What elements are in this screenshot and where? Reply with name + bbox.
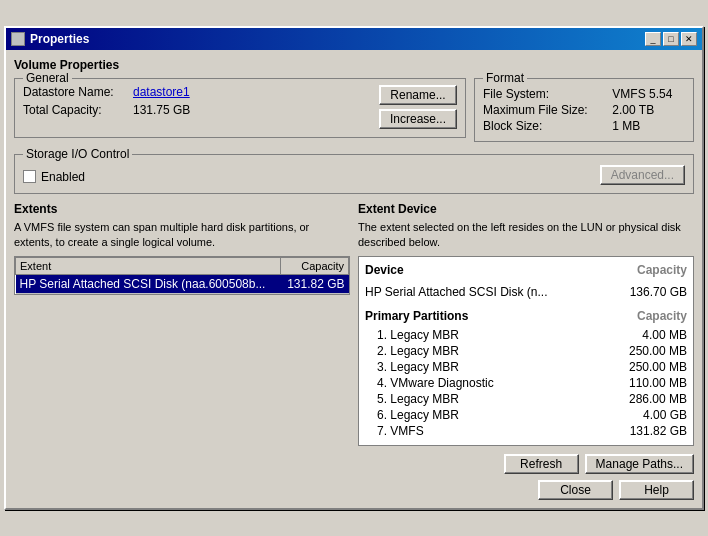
extents-title: Extents: [14, 202, 350, 216]
close-button[interactable]: Close: [538, 480, 613, 500]
device-header-row: Device Capacity: [365, 263, 687, 279]
partition-capacity: 250.00 MB: [629, 344, 687, 358]
datastore-name-label: Datastore Name:: [23, 85, 133, 99]
partition-name: 7. VMFS: [377, 424, 424, 438]
device-header: Device: [365, 263, 404, 277]
rename-button[interactable]: Rename...: [379, 85, 457, 105]
partition-item: 7. VMFS131.82 GB: [365, 423, 687, 439]
format-group-box: Format File System: VMFS 5.54 Maximum Fi…: [474, 78, 694, 142]
partition-item: 5. Legacy MBR286.00 MB: [365, 391, 687, 407]
extent-device-section: Extent Device The extent selected on the…: [358, 202, 694, 447]
extent-device-title: Extent Device: [358, 202, 694, 216]
window-body: Volume Properties General Datastore Name…: [6, 50, 702, 509]
extents-description: A VMFS file system can span multiple har…: [14, 220, 350, 251]
primary-partitions-capacity-header: Capacity: [637, 309, 687, 323]
properties-window: Properties _ □ ✕ Volume Properties Gener…: [4, 26, 704, 511]
title-bar-controls: _ □ ✕: [645, 32, 697, 46]
extent-col-header: Extent: [16, 258, 281, 275]
total-capacity-label: Total Capacity:: [23, 103, 133, 117]
max-file-size-value: 2.00 TB: [612, 103, 685, 117]
storage-io-section: Storage I/O Control Enabled Advanced...: [14, 154, 694, 194]
primary-partitions-header: Primary Partitions Capacity: [365, 309, 687, 323]
storage-row: Enabled Advanced...: [23, 165, 685, 185]
partition-item: 1. Legacy MBR4.00 MB: [365, 327, 687, 343]
refresh-manage-row: Refresh Manage Paths...: [14, 454, 694, 474]
partition-capacity: 4.00 MB: [642, 328, 687, 342]
format-label: Format: [483, 71, 527, 85]
partitions-container: 1. Legacy MBR4.00 MB2. Legacy MBR250.00 …: [365, 327, 687, 439]
block-size-value: 1 MB: [612, 119, 685, 133]
bottom-right-buttons: Close Help: [14, 480, 694, 500]
advanced-button[interactable]: Advanced...: [600, 165, 685, 185]
file-system-value: VMFS 5.54: [612, 87, 685, 101]
extents-tbody: HP Serial Attached SCSI Disk (naa.600508…: [16, 275, 349, 294]
partition-capacity: 250.00 MB: [629, 360, 687, 374]
format-section: Format File System: VMFS 5.54 Maximum Fi…: [474, 78, 694, 146]
partition-name: 3. Legacy MBR: [377, 360, 459, 374]
partition-capacity: 4.00 GB: [643, 408, 687, 422]
minimize-button[interactable]: _: [645, 32, 661, 46]
enabled-checkbox[interactable]: [23, 170, 36, 183]
partition-name: 4. VMware Diagnostic: [377, 376, 494, 390]
general-group-box: General Datastore Name: datastore1 Total…: [14, 78, 466, 138]
enabled-label: Enabled: [41, 170, 85, 184]
extent-table-container: Extent Capacity HP Serial Attached SCSI …: [14, 256, 350, 295]
enabled-checkbox-row: Enabled: [23, 170, 85, 184]
extents-table: Extent Capacity HP Serial Attached SCSI …: [15, 257, 349, 294]
total-capacity-row: Total Capacity: 131.75 GB: [23, 103, 371, 117]
partition-name: 6. Legacy MBR: [377, 408, 459, 422]
general-fields: Datastore Name: datastore1 Total Capacit…: [23, 85, 371, 121]
partition-capacity: 131.82 GB: [630, 424, 687, 438]
capacity-cell: 131.82 GB: [280, 275, 348, 294]
partition-item: 2. Legacy MBR250.00 MB: [365, 343, 687, 359]
extent-device-box: Device Capacity HP Serial Attached SCSI …: [358, 256, 694, 446]
datastore-name-value[interactable]: datastore1: [133, 85, 371, 99]
table-row[interactable]: HP Serial Attached SCSI Disk (naa.600508…: [16, 275, 349, 294]
general-inner: Datastore Name: datastore1 Total Capacit…: [23, 85, 457, 129]
restore-button[interactable]: □: [663, 32, 679, 46]
title-bar-text: Properties: [11, 32, 89, 46]
window-title: Properties: [30, 32, 89, 46]
partition-name: 5. Legacy MBR: [377, 392, 459, 406]
partition-item: 6. Legacy MBR4.00 GB: [365, 407, 687, 423]
block-size-label: Block Size:: [483, 119, 600, 133]
capacity-col-header: Capacity: [280, 258, 348, 275]
help-button[interactable]: Help: [619, 480, 694, 500]
volume-properties-title: Volume Properties: [14, 58, 694, 72]
title-bar: Properties _ □ ✕: [6, 28, 702, 50]
extent-device-description: The extent selected on the left resides …: [358, 220, 694, 251]
partition-item: 4. VMware Diagnostic110.00 MB: [365, 375, 687, 391]
extents-table-header: Extent Capacity: [16, 258, 349, 275]
partition-name: 1. Legacy MBR: [377, 328, 459, 342]
primary-partitions-label: Primary Partitions: [365, 309, 468, 323]
partition-item: 3. Legacy MBR250.00 MB: [365, 359, 687, 375]
partition-capacity: 110.00 MB: [629, 376, 687, 390]
device-item: HP Serial Attached SCSI Disk (n... 136.7…: [365, 283, 687, 301]
middle-sections: Extents A VMFS file system can span mult…: [14, 202, 694, 447]
refresh-button[interactable]: Refresh: [504, 454, 579, 474]
format-grid: File System: VMFS 5.54 Maximum File Size…: [483, 87, 685, 133]
storage-io-label: Storage I/O Control: [23, 147, 132, 161]
file-system-label: File System:: [483, 87, 600, 101]
top-sections: General Datastore Name: datastore1 Total…: [14, 78, 694, 146]
extents-section: Extents A VMFS file system can span mult…: [14, 202, 350, 447]
manage-paths-button[interactable]: Manage Paths...: [585, 454, 694, 474]
general-label: General: [23, 71, 72, 85]
general-section: General Datastore Name: datastore1 Total…: [14, 78, 466, 146]
extent-cell: HP Serial Attached SCSI Disk (naa.600508…: [16, 275, 281, 294]
storage-io-group-box: Storage I/O Control Enabled Advanced...: [14, 154, 694, 194]
datastore-name-row: Datastore Name: datastore1: [23, 85, 371, 99]
device-name: HP Serial Attached SCSI Disk (n...: [365, 285, 548, 299]
partition-name: 2. Legacy MBR: [377, 344, 459, 358]
close-window-button[interactable]: ✕: [681, 32, 697, 46]
increase-button[interactable]: Increase...: [379, 109, 457, 129]
device-capacity: 136.70 GB: [630, 285, 687, 299]
max-file-size-label: Maximum File Size:: [483, 103, 600, 117]
partition-capacity: 286.00 MB: [629, 392, 687, 406]
general-buttons: Rename... Increase...: [379, 85, 457, 129]
window-icon: [11, 32, 25, 46]
total-capacity-value: 131.75 GB: [133, 103, 371, 117]
capacity-header: Capacity: [637, 263, 687, 277]
